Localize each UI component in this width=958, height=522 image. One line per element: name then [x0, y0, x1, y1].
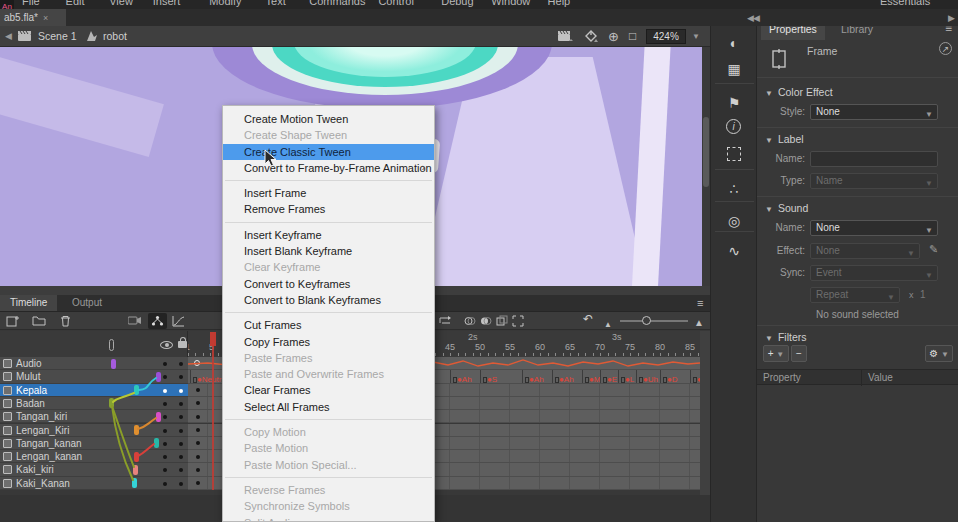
- menu-item-convert-to-blank-keyframes[interactable]: Convert to Blank Keyframes: [223, 292, 434, 308]
- menu-debug[interactable]: Debug: [441, 0, 473, 9]
- layer-row-mulut[interactable]: Mulut: [0, 370, 188, 383]
- motion-graph-icon[interactable]: ∿: [723, 241, 745, 261]
- add-filter-button[interactable]: + ▼: [763, 345, 789, 362]
- layer-row-audio[interactable]: Audio: [0, 357, 188, 370]
- menu-help[interactable]: Help: [548, 0, 571, 9]
- parenting-view-icon[interactable]: [148, 313, 167, 329]
- menu-item-remove-frames[interactable]: Remove Frames: [223, 201, 434, 217]
- parenting-mark[interactable]: [134, 425, 139, 435]
- breadcrumb-symbol[interactable]: robot: [103, 26, 127, 47]
- menu-window[interactable]: Window: [491, 0, 530, 9]
- menu-item-insert-keyframe[interactable]: Insert Keyframe: [223, 227, 434, 243]
- modify-markers-icon[interactable]: [512, 315, 524, 327]
- breadcrumb-scene[interactable]: Scene 1: [38, 26, 77, 47]
- loop-playback-icon[interactable]: [438, 315, 452, 327]
- parenting-mark[interactable]: [133, 465, 138, 475]
- zoom-level-input[interactable]: 424%: [646, 29, 686, 44]
- stage-vscrollbar-thumb[interactable]: [703, 117, 709, 187]
- visibility-dot[interactable]: [163, 415, 167, 419]
- frame-label-s[interactable]: ●S: [690, 370, 700, 383]
- app-logo[interactable]: An: [0, 0, 14, 9]
- keyframe-dot[interactable]: [196, 401, 200, 405]
- keyframe-dot[interactable]: [196, 455, 200, 459]
- section-color-effect[interactable]: ▼Color Effect: [765, 86, 833, 98]
- menu-item-select-all-frames[interactable]: Select All Frames: [223, 399, 434, 415]
- zoom-in-frames-icon[interactable]: ▲: [694, 316, 704, 329]
- frame-label-e[interactable]: ●E: [600, 370, 617, 383]
- menu-item-insert-frame[interactable]: Insert Frame: [223, 185, 434, 201]
- visibility-dot[interactable]: [163, 442, 167, 446]
- menu-edit[interactable]: Edit: [66, 0, 85, 9]
- menu-item-cut-frames[interactable]: Cut Frames: [223, 317, 434, 333]
- expand-panels-icon[interactable]: ▶: [948, 13, 954, 23]
- sound-name-dropdown[interactable]: None▼: [810, 220, 938, 236]
- align-flag-icon[interactable]: ⚑: [723, 93, 745, 113]
- visibility-dot[interactable]: [163, 468, 167, 472]
- reset-timeline-zoom-icon[interactable]: ↶: [583, 313, 593, 326]
- frame-label-uh[interactable]: ●Uh: [636, 370, 658, 383]
- visibility-dot[interactable]: [163, 482, 167, 486]
- keyframe-dot[interactable]: [196, 428, 200, 432]
- visibility-eye-icon[interactable]: [160, 341, 173, 349]
- parenting-mark[interactable]: [132, 478, 137, 488]
- cc-libraries-icon[interactable]: ◎: [723, 211, 745, 231]
- camera-clapperboard-icon[interactable]: [558, 31, 573, 42]
- edit-multiple-frames-icon[interactable]: [496, 315, 508, 327]
- layer-row-badan[interactable]: Badan: [0, 397, 188, 410]
- label-name-input[interactable]: [810, 151, 938, 167]
- parenting-mark[interactable]: [109, 398, 114, 408]
- parenting-mark[interactable]: [156, 372, 161, 382]
- visibility-dot[interactable]: [163, 455, 167, 459]
- frame-label-ah[interactable]: ●Ah: [450, 370, 472, 383]
- visibility-dot[interactable]: [163, 389, 167, 393]
- visibility-dot[interactable]: [163, 362, 167, 366]
- edit-sound-pencil-icon[interactable]: ✎: [929, 243, 938, 256]
- layer-row-lengan_kiri[interactable]: Lengan_Kiri: [0, 424, 188, 437]
- frame-label-m[interactable]: ●M: [582, 370, 601, 383]
- scene-clapperboard-icon[interactable]: [18, 31, 32, 42]
- layer-row-tangan_kiri[interactable]: Tangan_kiri: [0, 410, 188, 423]
- layer-row-kepala[interactable]: Kepala: [0, 384, 188, 397]
- visibility-dot[interactable]: [163, 402, 167, 406]
- menu-item-create-motion-tween[interactable]: Create Motion Tween: [223, 111, 434, 127]
- menu-modify[interactable]: Modify: [209, 0, 241, 9]
- lock-dot[interactable]: [179, 442, 183, 446]
- collapse-panels-icon[interactable]: ◀◀: [747, 13, 759, 23]
- lock-dot[interactable]: [179, 468, 183, 472]
- keyframe-dot[interactable]: [196, 468, 200, 472]
- menu-item-copy-frames[interactable]: Copy Frames: [223, 334, 434, 350]
- particles-icon[interactable]: ∴: [723, 179, 745, 199]
- center-frame-icon[interactable]: ⊕: [608, 26, 619, 47]
- keyframe-dot[interactable]: [196, 441, 200, 445]
- fill-bucket-icon[interactable]: [584, 30, 599, 43]
- camera-layer-icon[interactable]: [128, 315, 142, 326]
- menu-view[interactable]: View: [109, 0, 133, 9]
- layer-row-lengan_kanan[interactable]: Lengan_kanan: [0, 450, 188, 463]
- menu-commands[interactable]: Commands: [309, 0, 365, 9]
- frame-label-ah[interactable]: ●Ah: [552, 370, 574, 383]
- frame-label-l[interactable]: ●L: [618, 370, 634, 383]
- lock-dot[interactable]: [179, 402, 183, 406]
- remove-filter-button[interactable]: −: [791, 345, 807, 362]
- menu-control[interactable]: Control: [378, 0, 413, 9]
- frame-label-neutral[interactable]: ●Neutral: [190, 370, 222, 383]
- lock-dot[interactable]: [179, 389, 183, 393]
- timeline-zoom-knob[interactable]: [642, 316, 651, 325]
- menu-item-insert-blank-keyframe[interactable]: Insert Blank Keyframe: [223, 243, 434, 259]
- palette-icon[interactable]: ◐: [723, 33, 745, 53]
- playhead[interactable]: [210, 332, 216, 346]
- layer-row-kaki_kanan[interactable]: Kaki_Kanan: [0, 477, 188, 490]
- visibility-dot[interactable]: [163, 429, 167, 433]
- parenting-mark[interactable]: [134, 385, 139, 395]
- graph-editor-icon[interactable]: [172, 315, 185, 327]
- clip-content-icon[interactable]: □: [629, 26, 636, 47]
- section-label[interactable]: ▼Label: [765, 133, 804, 145]
- new-layer-icon[interactable]: [6, 315, 19, 327]
- frame-label-d[interactable]: ●D: [660, 370, 678, 383]
- section-filters[interactable]: ▼Filters: [765, 331, 807, 343]
- frame-label-ah[interactable]: ●Ah: [522, 370, 544, 383]
- layer-row-kaki_kiri[interactable]: Kaki_kiri: [0, 463, 188, 476]
- menu-text[interactable]: Text: [266, 0, 286, 9]
- close-tab-icon[interactable]: ×: [43, 13, 48, 23]
- tab-timeline[interactable]: Timeline: [0, 295, 57, 311]
